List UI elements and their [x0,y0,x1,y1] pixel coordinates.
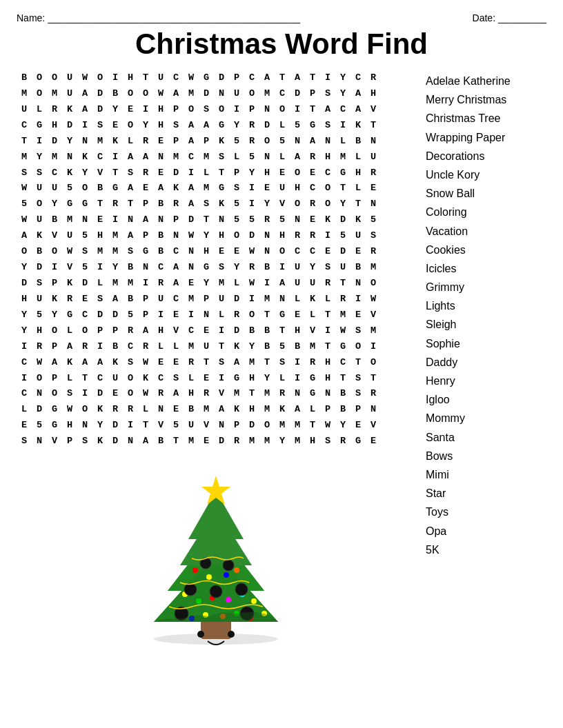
grid-cell: H [290,323,305,339]
grid-cell: V [92,165,108,181]
grid-cell: Y [108,260,123,276]
grid-cell: K [62,276,77,292]
grid-cell: R [153,276,168,292]
grid-cell: B [123,260,138,276]
grid-cell: H [320,355,335,371]
grid-cell: B [47,212,62,228]
grid-cell: A [320,102,335,118]
word-list-item: Lights [426,296,546,315]
grid-cell: R [77,339,92,355]
word-grid: BOOUWOIHTUCWGDPCATATIYCRMOMUADBOOWAMDNUO… [17,70,415,449]
grid-cell: N [153,212,168,228]
grid-cell: C [17,118,32,134]
tree-image [17,456,415,656]
grid-cell: K [214,134,229,150]
grid-cell: D [62,118,77,134]
grid-cell: N [259,228,275,244]
grid-cell: M [366,260,381,276]
grid-cell: V [275,196,290,212]
grid-cell: U [32,212,47,228]
grid-cell: U [335,260,350,276]
grid-cell: O [123,86,138,102]
grid-cell: I [320,228,335,244]
grid-cell: D [108,418,123,434]
grid-cell: R [366,244,381,260]
grid-cell: P [138,228,153,244]
grid-cell: Y [62,134,77,150]
grid-cell: T [350,196,366,212]
word-list-item: Icicles [426,259,546,278]
grid-cell: S [214,260,229,276]
grid-cell: U [275,181,290,196]
grid-cell: U [305,276,320,292]
word-list-item: Grimmy [426,278,546,296]
grid-cell: G [305,371,320,387]
svg-marker-7 [188,491,244,539]
grid-cell: E [77,292,92,307]
grid-cell: C [290,244,305,260]
grid-cell: O [259,418,275,434]
grid-cell: A [138,434,153,449]
grid-cell: T [168,434,184,449]
grid-cell: B [92,181,108,196]
grid-cell: E [123,102,138,118]
grid-cell: L [290,292,305,307]
grid-cell: E [366,181,381,196]
grid-cell: S [229,181,244,196]
grid-cell: B [244,323,259,339]
grid-cell: R [366,70,381,86]
grid-cell: P [47,339,62,355]
svg-point-13 [234,567,239,573]
grid-cell: W [138,386,153,402]
grid-cell: V [168,323,184,339]
grid-cell: R [184,355,199,371]
grid-cell: A [168,86,184,102]
grid-cell: A [290,150,305,165]
grid-cell: T [305,102,320,118]
grid-cell: A [184,134,199,150]
grid-cell: U [366,150,381,165]
grid-cell: K [62,102,77,118]
grid-cell: H [47,118,62,134]
grid-cell: L [305,402,320,418]
grid-cell: B [350,260,366,276]
grid-cell: L [320,292,335,307]
grid-cell: O [77,402,92,418]
grid-cell: A [168,386,184,402]
grid-cell: M [199,150,214,165]
grid-cell: G [199,70,214,86]
grid-cell: D [335,244,350,260]
grid-cell: Y [199,228,214,244]
grid-cell: H [184,386,199,402]
grid-cell: O [350,339,366,355]
grid-cell: I [108,150,123,165]
grid-cell: C [47,165,62,181]
grid-cell: I [366,339,381,355]
grid-cell: A [184,196,199,212]
grid-cell: T [335,371,350,387]
grid-cell: D [47,134,62,150]
grid-cell: L [275,371,290,387]
grid-cell: E [199,323,214,339]
grid-cell: O [123,371,138,387]
grid-cell: I [229,102,244,118]
grid-cell: R [366,386,381,402]
grid-cell: S [62,386,77,402]
grid-cell: H [320,150,335,165]
grid-cell: P [168,134,184,150]
grid-cell: W [77,70,92,86]
grid-cell: Y [77,165,92,181]
grid-cell: M [184,339,199,355]
grid-cell: Y [335,70,350,86]
grid-cell: 5 [229,212,244,228]
grid-cell: S [32,165,47,181]
grid-cell: P [229,165,244,181]
grid-cell: R [138,134,153,150]
grid-cell: V [47,228,62,244]
grid-cell: U [62,86,77,102]
grid-cell: M [47,86,62,102]
grid-cell: C [168,244,184,260]
grid-cell: B [108,86,123,102]
grid-cell: T [275,323,290,339]
grid-cell: T [199,212,214,228]
